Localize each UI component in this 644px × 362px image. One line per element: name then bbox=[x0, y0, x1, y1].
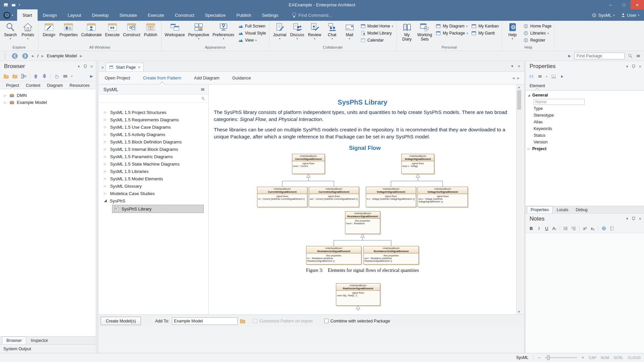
scroll-right-icon[interactable]: ▶ bbox=[517, 76, 519, 80]
chevron-down-icon[interactable]: ▾ bbox=[511, 64, 513, 69]
notes-editor[interactable] bbox=[526, 233, 644, 353]
scroll-left-icon[interactable]: ◀ bbox=[512, 76, 514, 80]
folder-icon[interactable] bbox=[12, 73, 18, 79]
bold-button[interactable]: B bbox=[529, 226, 534, 231]
zoom-slider[interactable] bbox=[545, 357, 577, 358]
ribbon-button-design[interactable]: Design bbox=[40, 21, 58, 40]
collapse-icon[interactable] bbox=[104, 199, 107, 202]
ribbon-button-journal[interactable]: Journal▾ bbox=[271, 21, 289, 40]
uml-block-currentinsignalelement[interactable]: «interfaceBlock»CurrentInSignalElementsi… bbox=[257, 187, 307, 207]
ribbon-tab-specialize[interactable]: Specialize bbox=[200, 9, 231, 21]
new-package-icon[interactable] bbox=[3, 73, 9, 79]
scrollbar-thumb[interactable] bbox=[517, 90, 521, 110]
prop-row-alias[interactable]: Alias bbox=[526, 119, 644, 125]
pattern-item-sysml-1-5-internal-block-diagrams[interactable]: ▷SysML 1.5 Internal Block Diagrams bbox=[99, 145, 208, 153]
ribbon-button-publish[interactable]: Publish bbox=[142, 21, 159, 40]
chevron-down-icon[interactable]: ▾ bbox=[626, 217, 628, 221]
status-indicator-num[interactable]: NUM bbox=[601, 356, 609, 360]
pattern-search[interactable] bbox=[99, 95, 208, 103]
pin-icon[interactable] bbox=[84, 65, 86, 68]
ribbon-button-discuss[interactable]: Discuss▾ bbox=[289, 21, 306, 40]
uml-block-currentoutsignalelement[interactable]: «interfaceBlock»CurrentOutSignalElements… bbox=[309, 187, 359, 207]
ribbon-button-working-sets[interactable]: Working Sets bbox=[416, 21, 434, 45]
status-indicator-cap[interactable]: CAP bbox=[589, 356, 596, 360]
ribbon-button-collaborate[interactable]: Collaborate bbox=[80, 21, 103, 40]
ribbon-button-chat[interactable]: Chat▾ bbox=[324, 21, 341, 40]
prop-row-version[interactable]: Version bbox=[526, 139, 644, 145]
combine-package-checkbox[interactable]: Combine with selected Package bbox=[324, 319, 390, 323]
chevron-down-icon[interactable]: ▾ bbox=[626, 64, 628, 69]
properties-tab-debug[interactable]: Debug bbox=[572, 206, 591, 213]
underline-button[interactable]: U bbox=[544, 226, 549, 231]
diagram-tree-icon[interactable] bbox=[21, 73, 27, 79]
bullet-list-button[interactable] bbox=[563, 226, 568, 231]
pattern-item-sysml-1-5-block-definition-diagrams[interactable]: ▷SysML 1.5 Block Definition Diagrams bbox=[99, 138, 208, 145]
ribbon-button-portals[interactable]: Portals▾ bbox=[19, 21, 37, 40]
expand-icon[interactable]: ▷ bbox=[104, 133, 107, 136]
uml-block-resistanceinsignalelement[interactable]: «interfaceBlock»ResistanceInSignalElemen… bbox=[306, 246, 361, 264]
italic-button[interactable]: I bbox=[537, 226, 541, 231]
save-icon[interactable] bbox=[529, 74, 534, 79]
ribbon-button-libraries[interactable]: Libraries▾ bbox=[523, 30, 551, 36]
ribbon-button-visual-style[interactable]: Visual Style bbox=[238, 30, 266, 36]
uml-block-resistancesignalelement[interactable]: «interfaceBlock»ResistanceSignalElementf… bbox=[345, 211, 380, 234]
ribbon-button-workspace[interactable]: Workspace bbox=[163, 21, 187, 40]
expand-icon[interactable]: ▷ bbox=[104, 184, 107, 188]
properties-tab-properties[interactable]: Properties bbox=[527, 206, 553, 213]
status-indicator-cloud[interactable]: CLOUD bbox=[628, 356, 641, 360]
add-to-input[interactable] bbox=[172, 317, 238, 325]
pin-icon[interactable] bbox=[632, 65, 635, 68]
ribbon-button-help[interactable]: Help▾ bbox=[504, 21, 521, 40]
numbered-list-button[interactable]: 12 bbox=[571, 226, 576, 231]
close-tab-icon[interactable]: × bbox=[138, 65, 140, 70]
superscript-button[interactable]: x² bbox=[583, 226, 587, 231]
tree-item-example-model[interactable]: ▷Example Model bbox=[0, 99, 96, 106]
tree-item-dmn[interactable]: ▷DMN bbox=[0, 92, 96, 99]
image-icon[interactable] bbox=[3, 2, 8, 7]
menu-icon[interactable] bbox=[538, 74, 542, 79]
pattern-item-sysml-1-5-libraries[interactable]: ▷SysML 1.5 Libraries bbox=[99, 168, 208, 175]
hand-icon[interactable] bbox=[54, 73, 59, 79]
system-output-panel[interactable]: System Output bbox=[0, 344, 96, 353]
tab-list-icon[interactable]: » bbox=[101, 65, 106, 71]
ribbon-button-construct[interactable]: Construct bbox=[121, 21, 142, 40]
close-icon[interactable]: × bbox=[90, 64, 93, 69]
uml-block-voltageinsignalelement[interactable]: «interfaceBlock»VoltageInSignalElementsi… bbox=[366, 187, 416, 207]
close-icon[interactable]: × bbox=[639, 64, 641, 69]
expand-icon[interactable]: ▷ bbox=[4, 94, 7, 97]
hyperlink-button[interactable] bbox=[601, 226, 606, 231]
ribbon-button-view[interactable]: View▾ bbox=[238, 37, 266, 43]
ribbon-tab-settings[interactable]: Settings bbox=[257, 9, 284, 21]
pattern-item-sysphs-library[interactable]: SysPhS Library bbox=[112, 205, 204, 213]
font-color-button[interactable]: A▾ bbox=[552, 226, 557, 231]
ribbon-button-perspective[interactable]: Perspective▾ bbox=[187, 21, 211, 40]
ribbon-button-full-screen[interactable]: Full Screen bbox=[238, 23, 266, 29]
breadcrumb-root[interactable]: / bbox=[37, 53, 39, 58]
play-icon[interactable] bbox=[560, 74, 564, 79]
expand-icon[interactable]: ▷ bbox=[104, 155, 107, 158]
pattern-item-sysml-glossary[interactable]: ▷SysML Glossary bbox=[99, 182, 208, 190]
close-icon[interactable]: × bbox=[518, 64, 520, 69]
properties-tab-locals[interactable]: Locals bbox=[553, 206, 572, 213]
ribbon-button-preferences[interactable]: Preferences▾ bbox=[211, 21, 236, 40]
ribbon-button-register[interactable]: Register bbox=[523, 37, 551, 43]
app-menu-button[interactable]: ▾ bbox=[0, 9, 17, 21]
find-command[interactable]: Find Command... bbox=[292, 9, 332, 21]
expand-icon[interactable]: ▷ bbox=[104, 170, 107, 173]
find-package-input[interactable] bbox=[574, 53, 625, 59]
search-icon[interactable] bbox=[628, 54, 633, 58]
pin-icon[interactable] bbox=[632, 217, 635, 221]
chevron-down-icon[interactable]: ▾ bbox=[71, 75, 72, 78]
uml-block-resistanceoutsignalelement[interactable]: «interfaceBlock»ResistanceOutSignalEleme… bbox=[363, 246, 419, 264]
ribbon-button-execute[interactable]: Execute bbox=[103, 21, 121, 40]
scroll-down-icon[interactable]: ▼ bbox=[516, 309, 522, 314]
element-tab[interactable]: Element bbox=[526, 81, 644, 90]
ribbon-tab-start[interactable]: Start bbox=[17, 9, 38, 21]
pattern-item-modelica-case-studies[interactable]: ▷Modelica Case Studies bbox=[99, 190, 208, 197]
menu-icon[interactable] bbox=[200, 87, 205, 92]
browser-tab-context[interactable]: Context bbox=[23, 82, 43, 89]
ribbon-button-properties[interactable]: Properties bbox=[58, 21, 80, 40]
drag-handle[interactable] bbox=[5, 53, 6, 59]
panel-tab-inspector[interactable]: Inspector bbox=[27, 337, 52, 344]
expand-icon[interactable]: ▷ bbox=[4, 101, 7, 104]
